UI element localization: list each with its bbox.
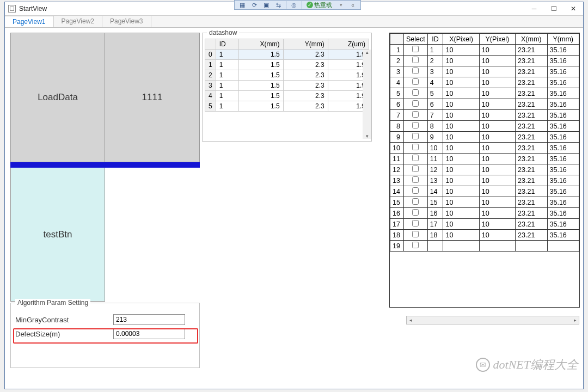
right-table-row[interactable]: 88101023.2135.16: [390, 121, 579, 132]
datashow-table[interactable]: IDX(mm)Y(mm)Z(um) 011.52.31.9111.52.31.9…: [205, 39, 369, 112]
toolbar-icon-4[interactable]: ⇆: [273, 1, 284, 9]
right-table-row[interactable]: 44101023.2135.16: [390, 77, 579, 88]
datashow-row[interactable]: 511.52.31.9: [205, 101, 369, 112]
datashow-header[interactable]: Z(um): [328, 39, 369, 50]
debug-toolbar: ▦ ⟳ ▣ ⇆ ◎ 热重载 ▾ «: [234, 0, 361, 10]
datashow-header[interactable]: [205, 39, 216, 50]
toolbar-icon-1[interactable]: ▦: [237, 1, 248, 9]
select-checkbox[interactable]: [412, 57, 419, 63]
right-table-header[interactable]: X(Pixel): [443, 34, 479, 45]
datashow-header[interactable]: Y(mm): [283, 39, 328, 50]
right-table-row[interactable]: 1212101023.2135.16: [390, 164, 579, 175]
tabs: PageView1 PageView2 PageView3: [5, 16, 583, 28]
minimize-button[interactable]: ─: [524, 2, 544, 16]
right-table-row[interactable]: 66101023.2135.16: [390, 99, 579, 110]
min-gray-contrast-label: MinGrayContrast: [15, 316, 113, 324]
toolbar-dropdown-icon[interactable]: ▾: [335, 1, 346, 9]
select-checkbox[interactable]: [412, 166, 419, 172]
select-checkbox[interactable]: [412, 155, 419, 161]
select-checkbox[interactable]: [412, 133, 419, 139]
datashow-header[interactable]: ID: [216, 39, 238, 50]
select-checkbox[interactable]: [412, 89, 419, 96]
right-table-row[interactable]: 11101023.2135.16: [390, 45, 579, 56]
right-table-header[interactable]: [390, 34, 404, 45]
tab-pageview3[interactable]: PageView3: [102, 16, 151, 27]
defect-size-input[interactable]: [113, 328, 185, 339]
maximize-button[interactable]: ☐: [544, 2, 564, 16]
right-table-row[interactable]: 1313101023.2135.16: [390, 175, 579, 186]
watermark: ✉ dotNET编程大全: [476, 357, 578, 373]
select-checkbox[interactable]: [412, 111, 419, 118]
algorithm-param-title: Algorithm Param Setting: [15, 299, 90, 307]
select-checkbox[interactable]: [412, 220, 419, 226]
close-button[interactable]: ✕: [564, 2, 583, 16]
right-table-row[interactable]: 1111101023.2135.16: [390, 154, 579, 164]
datashow-row[interactable]: 311.52.31.9: [205, 81, 369, 91]
datashow-title: datashow: [207, 29, 239, 36]
right-table-row[interactable]: 1010101023.2135.16: [390, 143, 579, 154]
right-table-header[interactable]: Y(Pixel): [479, 34, 515, 45]
datashow-row[interactable]: 011.52.31.9: [205, 50, 369, 60]
right-table-row[interactable]: 1616101023.2135.16: [390, 208, 579, 219]
datashow-groupbox: datashow IDX(mm)Y(mm)Z(um) 011.52.31.911…: [202, 33, 372, 142]
splitter-bar[interactable]: [10, 162, 200, 168]
scroll-right-icon[interactable]: ▸: [571, 317, 579, 323]
right-data-table[interactable]: SelectIDX(Pixel)Y(Pixel)X(mm)Y(mm) 11101…: [389, 33, 580, 308]
right-table-row[interactable]: 1818101023.2135.16: [390, 230, 579, 241]
right-table-row[interactable]: 22101023.2135.16: [390, 56, 579, 66]
right-table-row[interactable]: 1515101023.2135.16: [390, 197, 579, 208]
test-button[interactable]: testBtn: [10, 168, 105, 302]
window-title: StartView: [19, 5, 47, 13]
tab-pageview2[interactable]: PageView2: [54, 16, 103, 27]
select-checkbox[interactable]: [412, 68, 419, 74]
select-checkbox[interactable]: [412, 187, 419, 194]
hot-reload-button[interactable]: 热重载: [304, 1, 334, 9]
right-table-header[interactable]: X(mm): [516, 34, 547, 45]
select-checkbox[interactable]: [412, 46, 419, 52]
right-table-row[interactable]: 1414101023.2135.16: [390, 186, 579, 197]
right-table-row[interactable]: 33101023.2135.16: [390, 66, 579, 77]
min-gray-contrast-input[interactable]: [113, 314, 185, 325]
select-checkbox[interactable]: [412, 209, 419, 216]
load-data-button[interactable]: LoadData: [10, 33, 105, 162]
wechat-icon: ✉: [476, 358, 490, 372]
datashow-row[interactable]: 411.52.31.9: [205, 91, 369, 101]
toolbar-chevron-icon[interactable]: «: [347, 1, 358, 9]
right-table-header[interactable]: Y(mm): [547, 34, 579, 45]
app-icon: [8, 5, 16, 13]
select-checkbox[interactable]: [412, 198, 419, 205]
right-table-row[interactable]: 77101023.2135.16: [390, 110, 579, 121]
algorithm-param-groupbox: Algorithm Param Setting MinGrayContrast …: [10, 303, 200, 368]
datashow-header[interactable]: X(mm): [238, 39, 283, 50]
right-table-row[interactable]: 55101023.2135.16: [390, 88, 579, 99]
right-table-header[interactable]: ID: [427, 34, 443, 45]
datashow-row[interactable]: 211.52.31.9: [205, 70, 369, 81]
defect-size-label: DefectSize(m): [15, 330, 113, 338]
select-checkbox[interactable]: [412, 100, 419, 107]
right-table-hscrollbar[interactable]: ◂ ▸: [406, 316, 579, 324]
scroll-left-icon[interactable]: ◂: [407, 317, 414, 323]
select-checkbox[interactable]: [412, 231, 419, 237]
toolbar-icon-2[interactable]: ⟳: [249, 1, 260, 9]
tab-pageview1[interactable]: PageView1: [5, 16, 54, 27]
datashow-row[interactable]: 111.52.31.9: [205, 60, 369, 70]
right-table-row[interactable]: 1717101023.2135.16: [390, 219, 579, 230]
select-checkbox[interactable]: [412, 144, 419, 150]
select-checkbox[interactable]: [412, 122, 419, 128]
button-1111[interactable]: 1111: [105, 33, 200, 162]
right-table-row[interactable]: 19: [390, 241, 579, 252]
toolbar-icon-3[interactable]: ▣: [261, 1, 272, 9]
right-table-header[interactable]: Select: [403, 34, 427, 45]
toolbar-icon-5[interactable]: ◎: [289, 1, 299, 9]
right-table-row[interactable]: 99101023.2135.16: [390, 132, 579, 143]
main-window: StartView ─ ☐ ✕ PageView1 PageView2 Page…: [4, 2, 584, 389]
select-checkbox[interactable]: [412, 78, 419, 85]
select-checkbox[interactable]: [412, 242, 419, 248]
datashow-scrollbar[interactable]: [363, 50, 371, 139]
select-checkbox[interactable]: [412, 176, 419, 183]
